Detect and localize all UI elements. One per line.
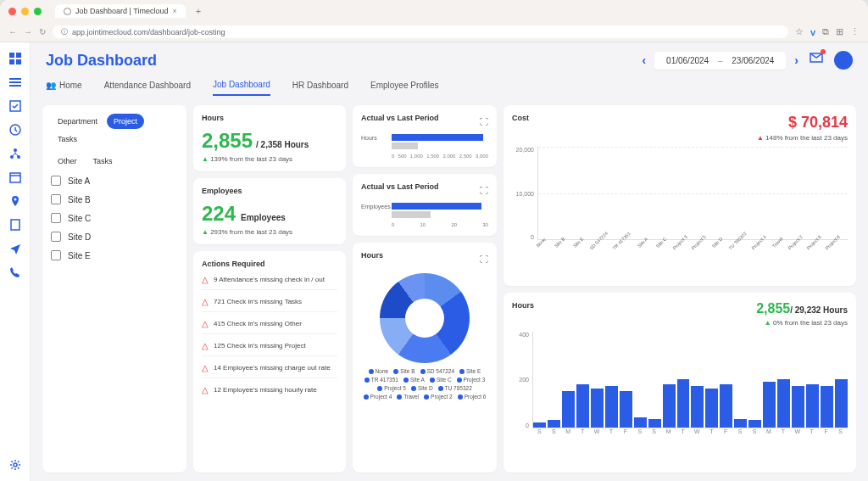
legend-item: Site B (393, 368, 415, 374)
expand-icon[interactable]: ⛶ (480, 117, 488, 126)
date-next-icon[interactable]: › (794, 53, 798, 67)
expand-icon[interactable]: ⛶ (480, 254, 488, 264)
action-item[interactable]: △9 Attendance's missing check in / out (202, 275, 337, 290)
daily-bar (821, 386, 833, 427)
pill-department[interactable]: Department (51, 114, 104, 129)
daily-bar (748, 420, 761, 427)
close-tab-icon[interactable]: × (172, 7, 176, 15)
legend-item: Project 6 (458, 394, 487, 400)
new-tab-icon[interactable]: + (196, 6, 201, 16)
settings-icon[interactable] (9, 459, 21, 471)
pill-tasks[interactable]: Tasks (51, 131, 84, 147)
list-icon[interactable] (9, 76, 21, 88)
pill-other[interactable]: Other (51, 154, 84, 169)
cost-title: Cost (512, 114, 529, 122)
tab-job[interactable]: Job Dashboard (213, 75, 270, 96)
checkbox-icon[interactable] (51, 176, 61, 186)
daily-bar (734, 419, 747, 428)
notifications-icon[interactable] (809, 51, 824, 70)
action-item[interactable]: △721 Check in's missing Tasks (202, 297, 337, 312)
legend-dot-icon (397, 394, 402, 400)
tab-attendance[interactable]: Attendance Dashboard (104, 75, 191, 96)
filter-label: Site E (68, 251, 91, 260)
hbar-last (392, 143, 418, 149)
checkbox-icon[interactable] (51, 250, 61, 260)
checkbox-icon[interactable] (51, 213, 61, 223)
daily-bar (691, 386, 704, 427)
hours-trend: ▲ 139% from the last 23 days (202, 155, 337, 163)
warning-icon: △ (202, 341, 209, 350)
filter-item[interactable]: Site B (51, 194, 178, 204)
date-prev-icon[interactable]: ‹ (642, 53, 646, 67)
plane-icon[interactable] (9, 243, 21, 254)
action-item[interactable]: △12 Employee's missing hourly rate (202, 385, 337, 400)
copy-icon[interactable]: ⧉ (822, 26, 829, 37)
legend-dot-icon (420, 369, 426, 374)
warning-icon: △ (202, 297, 209, 306)
legend-item: SD 547224 (420, 368, 455, 374)
legend-item: Travel (397, 394, 419, 400)
daily-bar (720, 384, 732, 428)
forward-icon[interactable]: → (24, 27, 32, 36)
menu-icon[interactable]: ⋮ (850, 26, 860, 37)
daily-bar (763, 382, 776, 428)
employees-sub: Employees (241, 213, 286, 222)
filter-item[interactable]: Site A (51, 176, 178, 186)
svg-point-16 (14, 463, 17, 467)
browser-tab[interactable]: Job Dashboard | Timecloud × (55, 4, 186, 18)
filter-item[interactable]: Site D (51, 232, 178, 242)
date-range-picker[interactable]: 01/06/2024 – 23/06/2024 (654, 52, 786, 70)
cost-trend: ▲ 148% from the last 23 days (757, 134, 848, 142)
action-item[interactable]: △125 Check in's missing Project (202, 341, 337, 356)
expand-icon[interactable]: ⛶ (480, 186, 488, 195)
document-icon[interactable] (9, 219, 21, 231)
hbar-label-hours: Hours (361, 135, 388, 141)
svg-rect-15 (11, 220, 19, 230)
minimize-window[interactable] (21, 8, 29, 15)
checkbox-icon[interactable] (51, 194, 61, 204)
tab-hr[interactable]: HR Dashboard (292, 75, 348, 96)
extension-icon[interactable]: ⊞ (836, 26, 843, 37)
pill-project[interactable]: Project (107, 114, 144, 129)
maximize-window[interactable] (34, 8, 42, 15)
action-item[interactable]: △415 Check in's missing Other (202, 319, 337, 334)
hbar-last-emp (392, 211, 431, 218)
daily-bar (806, 384, 819, 428)
clock-icon[interactable] (9, 124, 21, 136)
close-window[interactable] (8, 8, 16, 15)
dashboard-icon[interactable] (9, 53, 21, 64)
warning-icon: △ (202, 319, 209, 328)
svg-point-9 (14, 148, 17, 152)
approvals-icon[interactable] (9, 100, 21, 112)
hours-value: 2,855 (202, 129, 253, 153)
filter-item[interactable]: Site E (51, 250, 178, 260)
url-input[interactable]: ⓘ app.jointimecloud.com/dashboard/job-co… (53, 25, 788, 38)
globe-icon (64, 8, 71, 15)
action-text: 415 Check in's missing Other (214, 320, 302, 327)
checkbox-icon[interactable] (51, 232, 61, 242)
actual-employees-card: Actual vs Last Period ⛶ Employees (353, 174, 497, 236)
legend-item: TU 785322 (438, 385, 472, 391)
legend-dot-icon (430, 378, 435, 383)
star-icon[interactable]: ☆ (795, 26, 804, 37)
filter-card: Department Project Tasks Other Tasks Sit… (42, 105, 186, 473)
filter-item[interactable]: Site C (51, 213, 178, 223)
reload-icon[interactable]: ↻ (39, 27, 46, 36)
title-bar: Job Dashboard | Timecloud × + (0, 0, 868, 22)
pill-tasks2[interactable]: Tasks (86, 154, 120, 169)
filter-label: Site A (68, 176, 90, 186)
legend-item: Site C (430, 377, 452, 383)
phone-icon[interactable] (9, 266, 21, 278)
tab-profiles[interactable]: Employee Profiles (370, 75, 439, 96)
tab-home[interactable]: 👥Home (46, 75, 82, 96)
back-icon[interactable]: ← (8, 27, 17, 36)
daily-bar (663, 384, 676, 428)
action-item[interactable]: △14 Employee's missing charge out rate (202, 363, 337, 378)
hierarchy-icon[interactable] (9, 148, 21, 159)
legend-dot-icon (411, 386, 416, 391)
calendar-icon[interactable] (9, 171, 21, 183)
user-avatar[interactable] (834, 51, 853, 70)
location-icon[interactable] (9, 195, 21, 207)
vimeo-icon[interactable]: v (810, 27, 815, 37)
legend-dot-icon (424, 394, 429, 400)
